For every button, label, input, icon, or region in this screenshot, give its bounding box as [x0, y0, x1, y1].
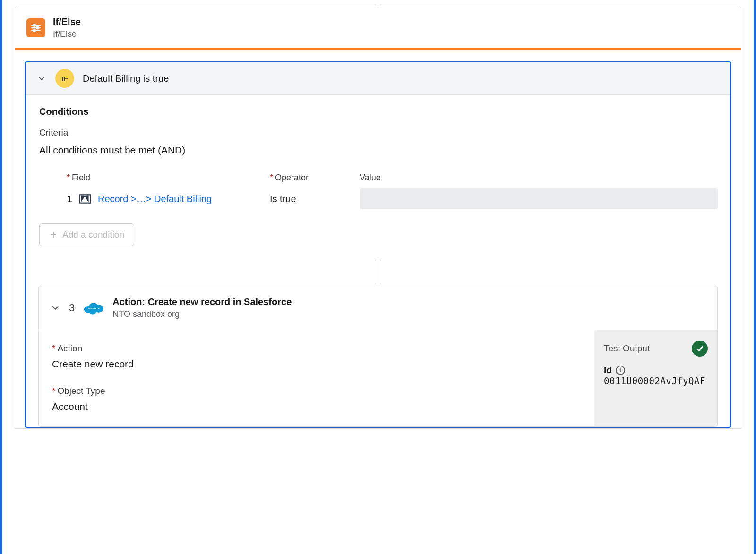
step-number: 3	[69, 302, 75, 314]
action-label: Action	[52, 343, 581, 354]
if-branch-header[interactable]: IF Default Billing is true	[26, 62, 730, 95]
action-step-card[interactable]: 3 salesforce Action: Create new r	[38, 286, 718, 426]
condition-row-field: 1 Record >…> Default Billing	[67, 188, 265, 209]
action-title: Action: Create new record in Salesforce	[112, 296, 292, 308]
netsuite-icon	[79, 193, 91, 205]
if-branch-title: Default Billing is true	[83, 73, 169, 84]
info-icon[interactable]: i	[616, 366, 625, 375]
conditions-heading: Conditions	[39, 106, 718, 117]
if-badge: IF	[55, 69, 74, 88]
ifelse-subtitle: If/Else	[53, 28, 81, 40]
test-output-panel: Test Output Id i 0011U00002AvJf	[594, 330, 717, 426]
add-condition-button[interactable]: Add a condition	[39, 223, 134, 246]
salesforce-icon: salesforce	[83, 300, 104, 315]
svg-text:salesforce: salesforce	[88, 307, 100, 310]
svg-point-5	[34, 29, 35, 31]
col-header-operator: Operator	[270, 173, 355, 188]
criteria-value: All conditions must be met (AND)	[39, 145, 718, 156]
test-output-id-value: 0011U00002AvJfyQAF	[604, 375, 708, 386]
col-header-field: Field	[67, 173, 265, 188]
test-output-heading: Test Output	[604, 343, 650, 354]
col-header-value: Value	[360, 173, 718, 188]
svg-point-3	[34, 24, 35, 26]
branch-icon	[26, 18, 45, 37]
action-body: Action Create new record Object Type Acc…	[39, 330, 717, 426]
ifelse-title: If/Else	[53, 16, 81, 28]
chevron-down-icon[interactable]	[36, 73, 47, 84]
action-subtitle: NTO sandbox org	[112, 308, 292, 320]
if-branch-body: Conditions Criteria All conditions must …	[26, 95, 730, 259]
object-type-label: Object Type	[52, 386, 581, 396]
action-config: Action Create new record Object Type Acc…	[39, 330, 594, 426]
connector-line	[26, 259, 730, 286]
ifelse-step-card[interactable]: If/Else If/Else IF Default Billing is tr…	[15, 6, 741, 429]
condition-field-link[interactable]: Record >…> Default Billing	[98, 194, 212, 205]
svg-point-4	[36, 26, 38, 28]
flow-canvas-selection: If/Else If/Else IF Default Billing is tr…	[0, 0, 756, 554]
action-header[interactable]: 3 salesforce Action: Create new r	[39, 286, 717, 329]
object-type-value[interactable]: Account	[52, 401, 581, 412]
conditions-table: Field Operator Value 1 Record >…> Defaul…	[39, 173, 718, 209]
success-check-icon	[692, 341, 708, 357]
add-condition-label: Add a condition	[62, 230, 124, 240]
ifelse-header: If/Else If/Else	[15, 6, 741, 48]
action-value[interactable]: Create new record	[52, 358, 581, 370]
condition-operator[interactable]: Is true	[270, 188, 355, 209]
criteria-label: Criteria	[39, 128, 718, 138]
svg-marker-7	[81, 196, 88, 203]
chevron-down-icon[interactable]	[50, 303, 60, 313]
if-branch-card[interactable]: IF Default Billing is true Conditions Cr…	[25, 61, 731, 428]
connector-line	[378, 0, 378, 6]
condition-row-number: 1	[67, 194, 72, 205]
condition-value-input[interactable]	[360, 188, 718, 209]
test-output-id-label: Id	[604, 365, 612, 375]
